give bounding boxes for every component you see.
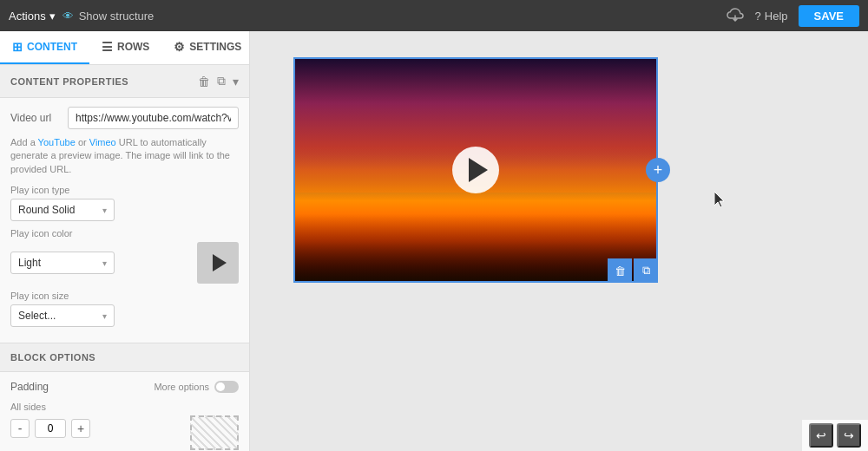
play-icon-type-label: Play icon type xyxy=(10,185,239,195)
copy-button[interactable]: ⧉ xyxy=(217,74,226,88)
panel-content: CONTENT PROPERTIES 🗑 ⧉ ▾ Video url Add a… xyxy=(0,65,249,451)
play-button-overlay[interactable] xyxy=(452,147,499,193)
vimeo-link[interactable]: Vimeo xyxy=(89,137,116,147)
save-button[interactable]: SAVE xyxy=(799,5,859,27)
top-bar-left: Actions ▾ 👁 Show structure xyxy=(9,10,154,23)
tab-content-label: CONTENT xyxy=(27,41,77,53)
rows-tab-icon: ☰ xyxy=(102,40,113,54)
cursor xyxy=(714,192,727,212)
tab-rows-label: ROWS xyxy=(117,41,149,53)
tab-rows[interactable]: ☰ ROWS xyxy=(89,31,161,64)
play-icon-color-value: Light xyxy=(18,257,41,269)
undo-button[interactable]: ↩ xyxy=(809,423,833,448)
play-icon-size-select[interactable]: Select... ▾ xyxy=(10,304,115,327)
tab-content[interactable]: ⊞ CONTENT xyxy=(0,31,89,64)
all-sides-label: All sides xyxy=(10,402,239,412)
settings-tab-icon: ⚙ xyxy=(174,40,185,54)
collapse-button[interactable]: ▾ xyxy=(233,74,239,88)
video-block[interactable]: + 🗑 ⧉ xyxy=(293,57,658,283)
play-icon-type-select[interactable]: Round Solid ▾ xyxy=(10,199,115,221)
left-panel: ⊞ CONTENT ☰ ROWS ⚙ SETTINGS CONTENT PROP… xyxy=(0,31,250,451)
help-button[interactable]: ? Help xyxy=(755,10,788,23)
cloud-upload-button[interactable] xyxy=(726,8,745,24)
undo-icon: ↩ xyxy=(816,428,826,442)
block-options-header: BLOCK OPTIONS xyxy=(0,343,249,372)
more-options-row: More options xyxy=(154,381,239,393)
top-bar-right: ? Help SAVE xyxy=(726,5,859,27)
play-icon-color-select[interactable]: Light ▾ xyxy=(10,252,115,274)
video-copy-button[interactable]: ⧉ xyxy=(634,258,658,283)
youtube-link[interactable]: YouTube xyxy=(38,137,76,147)
stepper-value-input[interactable] xyxy=(35,419,66,438)
help-label: Help xyxy=(765,10,788,23)
padding-visual-inner xyxy=(190,415,239,450)
stepper-minus-button[interactable]: - xyxy=(10,419,30,438)
tabs-container: ⊞ CONTENT ☰ ROWS ⚙ SETTINGS xyxy=(0,31,249,65)
play-icon-size-value: Select... xyxy=(18,310,56,322)
video-add-button[interactable]: + xyxy=(646,158,670,182)
play-icon-size-label: Play icon size xyxy=(10,291,239,301)
content-tab-icon: ⊞ xyxy=(12,40,23,54)
bottom-bar: ↩ ↪ xyxy=(802,420,868,451)
hint-text: Add a YouTube or Vimeo URL to automatica… xyxy=(10,136,239,176)
play-triangle-icon xyxy=(213,254,227,271)
video-actions: 🗑 ⧉ xyxy=(608,258,658,283)
svg-marker-0 xyxy=(714,192,724,207)
block-options-content: Padding More options All sides - + xyxy=(0,372,249,451)
padding-stepper: - + xyxy=(10,419,90,438)
padding-row: Padding More options xyxy=(10,381,239,393)
padding-visual xyxy=(190,415,239,450)
redo-icon: ↪ xyxy=(844,428,854,442)
chevron-down-icon: ▾ xyxy=(102,206,107,215)
show-structure-label: Show structure xyxy=(79,10,155,23)
canvas[interactable]: + 🗑 ⧉ ↩ ↪ xyxy=(250,31,868,451)
question-icon: ? xyxy=(755,10,761,23)
content-properties-header: CONTENT PROPERTIES 🗑 ⧉ ▾ xyxy=(0,65,249,98)
more-options-toggle[interactable] xyxy=(214,381,239,393)
play-icon-preview xyxy=(197,242,239,284)
toggle-knob xyxy=(216,382,225,391)
video-url-input[interactable] xyxy=(68,107,239,129)
chevron-down-icon: ▾ xyxy=(102,311,107,321)
more-options-label: More options xyxy=(154,382,209,392)
stepper-plus-button[interactable]: + xyxy=(71,419,90,438)
play-icon-type-row: Round Solid ▾ xyxy=(10,199,239,221)
block-options-title: BLOCK OPTIONS xyxy=(10,352,95,363)
redo-button[interactable]: ↪ xyxy=(837,423,861,448)
top-bar: Actions ▾ 👁 Show structure ? Help SAVE xyxy=(0,0,868,31)
play-icon-color-label: Play icon color xyxy=(10,228,239,239)
actions-button[interactable]: Actions ▾ xyxy=(9,10,56,23)
video-url-row: Video url xyxy=(10,107,239,129)
play-arrow-icon xyxy=(469,158,488,182)
padding-label: Padding xyxy=(10,381,49,393)
canvas-inner: + 🗑 ⧉ ↩ ↪ xyxy=(250,31,868,451)
chevron-down-icon: ▾ xyxy=(49,10,56,23)
content-properties-title: CONTENT PROPERTIES xyxy=(10,76,128,87)
chevron-down-icon: ▾ xyxy=(102,258,107,268)
content-properties-form: Video url Add a YouTube or Vimeo URL to … xyxy=(0,98,249,343)
eye-icon: 👁 xyxy=(62,10,74,23)
tab-settings-label: SETTINGS xyxy=(189,41,241,53)
video-url-label: Video url xyxy=(10,112,61,124)
video-delete-button[interactable]: 🗑 xyxy=(608,258,632,283)
delete-button[interactable]: 🗑 xyxy=(198,74,210,88)
tab-settings[interactable]: ⚙ SETTINGS xyxy=(161,31,250,64)
show-structure-button[interactable]: 👁 Show structure xyxy=(62,10,155,23)
section-header-actions: 🗑 ⧉ ▾ xyxy=(198,74,239,88)
play-icon-size-row: Select... ▾ xyxy=(10,304,239,327)
actions-label: Actions xyxy=(9,10,46,23)
play-icon-color-row: Light ▾ xyxy=(10,242,239,284)
main-layout: ⊞ CONTENT ☰ ROWS ⚙ SETTINGS CONTENT PROP… xyxy=(0,31,868,451)
play-icon-type-value: Round Solid xyxy=(18,204,75,216)
